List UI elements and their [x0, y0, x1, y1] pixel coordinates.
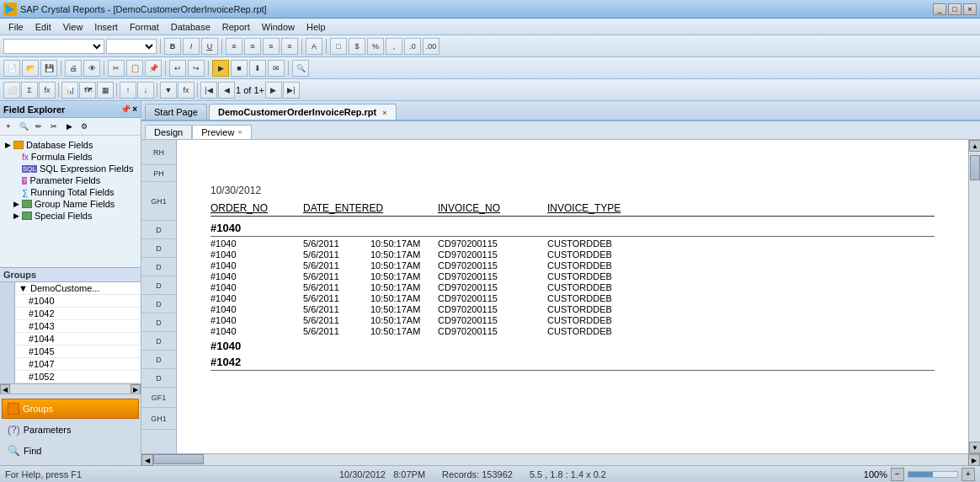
- menu-edit[interactable]: Edit: [30, 20, 56, 34]
- menu-format[interactable]: Format: [125, 20, 164, 34]
- next-page-button[interactable]: ▶: [265, 82, 282, 99]
- last-page-button[interactable]: ▶|: [283, 82, 300, 99]
- tab-close-button[interactable]: ×: [382, 109, 386, 117]
- group-1052[interactable]: #1052: [15, 371, 141, 383]
- zoom-out-button[interactable]: −: [891, 468, 904, 481]
- tab-preview[interactable]: Preview ×: [192, 125, 251, 139]
- find-nav-button[interactable]: 🔍 Find: [2, 441, 139, 461]
- bold-button[interactable]: B: [164, 38, 181, 55]
- open-button[interactable]: 📂: [22, 60, 39, 77]
- cut-button[interactable]: ✂: [108, 60, 125, 77]
- decrease-decimal-button[interactable]: .00: [423, 38, 439, 55]
- tab-start-page[interactable]: Start Page: [145, 104, 207, 120]
- parameters-nav-button[interactable]: (?) Parameters: [2, 420, 139, 440]
- report-canvas[interactable]: 10/30/2012 ORDER_NO DATE_ENTERED INVOICE…: [177, 140, 968, 453]
- hscroll-thumb[interactable]: [153, 454, 204, 464]
- comma-button[interactable]: ,: [386, 38, 402, 55]
- email-button[interactable]: ✉: [268, 60, 285, 77]
- scroll-thumb[interactable]: [970, 155, 980, 180]
- sort-desc-button[interactable]: ↓: [137, 82, 154, 99]
- hscroll-left-btn[interactable]: ◀: [0, 384, 10, 394]
- italic-button[interactable]: I: [183, 38, 200, 55]
- group-democustome[interactable]: ▼ DemoCustome...: [15, 282, 141, 295]
- groups-nav-button[interactable]: Groups: [2, 399, 139, 419]
- select-expert-button[interactable]: ▼: [160, 82, 177, 99]
- zoom-in-button[interactable]: +: [961, 468, 975, 481]
- export-button[interactable]: ⬇: [249, 60, 266, 77]
- menu-help[interactable]: Help: [301, 20, 331, 34]
- sum-button[interactable]: Σ: [21, 82, 38, 99]
- formula-editor-button[interactable]: fx: [178, 82, 194, 99]
- print-button[interactable]: 🖨: [65, 60, 82, 77]
- fe-edit-button[interactable]: ✏: [32, 120, 45, 133]
- justify-button[interactable]: ≡: [281, 38, 298, 55]
- scroll-up-button[interactable]: ▲: [969, 140, 980, 152]
- hscroll-left-arrow[interactable]: ◀: [141, 454, 153, 466]
- group-1044[interactable]: #1044: [15, 333, 141, 345]
- tree-item-special-fields[interactable]: ▶ Special Fields: [2, 210, 139, 222]
- underline-button[interactable]: U: [201, 38, 218, 55]
- menu-report[interactable]: Report: [217, 20, 255, 34]
- zoom-slider[interactable]: [908, 471, 958, 478]
- save-button[interactable]: 💾: [40, 60, 57, 77]
- find-button[interactable]: 🔍: [292, 60, 309, 77]
- menu-database[interactable]: Database: [166, 20, 216, 34]
- scroll-down-button[interactable]: ▼: [969, 442, 980, 453]
- redo-button[interactable]: ↪: [188, 60, 205, 77]
- fe-options-button[interactable]: ⚙: [77, 120, 91, 133]
- prev-page-button[interactable]: ◀: [218, 82, 235, 99]
- menu-file[interactable]: File: [3, 20, 29, 34]
- stop-button[interactable]: ■: [231, 60, 248, 77]
- sort-asc-button[interactable]: ↑: [120, 82, 136, 99]
- scroll-track[interactable]: [969, 152, 980, 442]
- tree-item-parameter-fields[interactable]: ? Parameter Fields: [2, 174, 139, 186]
- tree-item-sql-fields[interactable]: SQL SQL Expression Fields: [2, 163, 139, 174]
- undo-button[interactable]: ↩: [169, 60, 186, 77]
- horizontal-scrollbar[interactable]: ◀ ▶: [141, 453, 980, 465]
- minimize-button[interactable]: _: [933, 3, 946, 15]
- align-right-button[interactable]: ≡: [263, 38, 280, 55]
- chart-button[interactable]: 📊: [61, 82, 78, 99]
- align-left-button[interactable]: ≡: [226, 38, 242, 55]
- print-preview-button[interactable]: 👁: [83, 60, 100, 77]
- new-button[interactable]: 📄: [3, 60, 20, 77]
- group-1042[interactable]: #1042: [15, 308, 141, 320]
- panel-close-button[interactable]: ×: [132, 104, 137, 114]
- refresh-button[interactable]: ▶: [212, 60, 229, 77]
- vertical-scrollbar[interactable]: ▲ ▼: [968, 140, 980, 453]
- close-button[interactable]: ×: [963, 3, 977, 15]
- group-1047[interactable]: #1047: [15, 358, 141, 371]
- formula-button[interactable]: fx: [39, 82, 56, 99]
- preview-tab-close[interactable]: ×: [237, 128, 242, 137]
- group-1043[interactable]: #1043: [15, 320, 141, 333]
- menu-window[interactable]: Window: [257, 20, 300, 34]
- first-page-button[interactable]: |◀: [200, 82, 217, 99]
- maximize-button[interactable]: □: [948, 3, 961, 15]
- fe-browse-button[interactable]: ▶: [62, 120, 76, 133]
- group-1045[interactable]: #1045: [15, 345, 141, 358]
- fe-new-button[interactable]: +: [2, 120, 15, 133]
- paste-button[interactable]: 📌: [145, 60, 162, 77]
- menu-insert[interactable]: Insert: [89, 20, 123, 34]
- fe-search-button[interactable]: 🔍: [17, 120, 30, 133]
- tree-item-formula-fields[interactable]: fx Formula Fields: [2, 151, 139, 163]
- tree-item-group-name-fields[interactable]: ▶ Group Name Fields: [2, 198, 139, 210]
- menu-view[interactable]: View: [58, 20, 88, 34]
- increase-decimal-button[interactable]: .0: [404, 38, 421, 55]
- tree-item-database-fields[interactable]: ▶ Database Fields: [2, 139, 139, 151]
- border-button[interactable]: □: [330, 38, 347, 55]
- tree-item-running-total-fields[interactable]: ∑ Running Total Fields: [2, 186, 139, 198]
- hscroll-right-arrow[interactable]: ▶: [968, 454, 980, 466]
- copy-button[interactable]: 📋: [126, 60, 143, 77]
- groups-hscroll[interactable]: ◀ ▶: [0, 383, 141, 394]
- tab-current-file[interactable]: DemoCustomerOrderInvoiceRep.rpt ×: [209, 104, 397, 120]
- fe-delete-button[interactable]: ✂: [47, 120, 61, 133]
- group-1040-a[interactable]: #1040: [15, 295, 141, 308]
- tab-design[interactable]: Design: [145, 125, 192, 139]
- align-center-button[interactable]: ≡: [244, 38, 261, 55]
- insert-subreport-button[interactable]: ⬜: [3, 82, 20, 99]
- percent-button[interactable]: %: [367, 38, 384, 55]
- hscroll-right-btn[interactable]: ▶: [130, 384, 141, 394]
- panel-pin-button[interactable]: 📌: [120, 104, 130, 114]
- map-button[interactable]: 🗺: [79, 82, 96, 99]
